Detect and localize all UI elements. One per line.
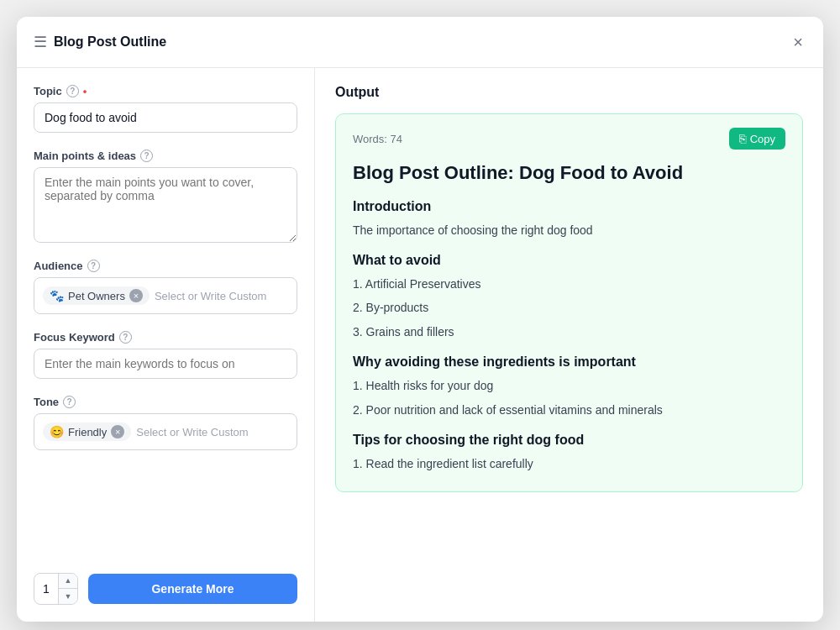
audience-tag-label: Pet Owners [68,290,125,302]
tone-tag-input[interactable]: 😊 Friendly × Select or Write Custom [34,413,297,450]
right-panel: Output Words: 74 ⎘ Copy Blog Post Outlin… [315,68,823,622]
output-meta: Words: 74 ⎘ Copy [353,128,785,150]
number-spinners: ▲ ▼ [58,573,77,605]
tone-placeholder[interactable]: Select or Write Custom [136,426,248,438]
list-item: The importance of choosing the right dog… [353,221,785,239]
blog-title: Blog Post Outline: Dog Food to Avoid [353,161,785,186]
focus-keyword-input[interactable] [34,349,297,379]
audience-label: Audience ? [34,260,297,272]
tone-tag-icon: 😊 [50,425,64,438]
list-item: 1. Read the ingredient list carefully [353,454,785,473]
number-value: 1 [34,573,58,605]
left-panel: Topic ? • Main points & ideas ? Audience… [17,68,315,622]
topic-help-icon[interactable]: ? [66,85,79,97]
sections-container: IntroductionThe importance of choosing t… [353,199,785,474]
output-title: Output [335,85,803,100]
list-item: 3. Grains and fillers [353,323,785,341]
main-points-field-group: Main points & ideas ? [34,150,297,243]
audience-tag-remove[interactable]: × [129,289,143,302]
list-item: 1. Health risks for your dog [353,376,785,395]
focus-keyword-help-icon[interactable]: ? [119,331,132,344]
list-item: 1. Artificial Preservatives [353,275,785,293]
modal-header: ☰ Blog Post Outline × [17,17,823,68]
copy-label: Copy [750,133,775,145]
close-button[interactable]: × [790,30,806,54]
section-heading: Why avoiding these ingredients is import… [353,354,785,370]
topic-field-group: Topic ? • [34,85,297,133]
bottom-controls: 1 ▲ ▼ Generate More [34,566,297,605]
tone-tag: 😊 Friendly × [43,423,131,441]
list-item: 2. By-products [353,298,785,317]
main-points-help-icon[interactable]: ? [140,150,153,162]
generate-more-button[interactable]: Generate More [88,574,297,604]
topic-required-marker: • [83,85,87,97]
output-box: Words: 74 ⎘ Copy Blog Post Outline: Dog … [335,113,803,492]
topic-input[interactable] [34,102,297,133]
focus-keyword-label: Focus Keyword ? [34,331,297,344]
audience-tag-icon: 🐾 [50,289,64,302]
main-points-label: Main points & ideas ? [34,150,297,162]
tone-tag-label: Friendly [68,426,107,438]
list-icon: ☰ [34,33,47,51]
number-input[interactable]: 1 ▲ ▼ [34,573,78,605]
spin-up-button[interactable]: ▲ [59,573,77,589]
tone-tag-remove[interactable]: × [111,425,124,438]
audience-tag-input[interactable]: 🐾 Pet Owners × Select or Write Custom [34,277,297,314]
modal-title-area: ☰ Blog Post Outline [34,33,166,51]
modal-title: Blog Post Outline [54,34,166,50]
tone-field-group: Tone ? 😊 Friendly × Select or Write Cust… [34,396,297,450]
audience-tag: 🐾 Pet Owners × [43,286,150,305]
section-heading: Tips for choosing the right dog food [353,433,785,448]
focus-keyword-field-group: Focus Keyword ? [34,331,297,379]
topic-label: Topic ? • [34,85,297,97]
list-item: 2. Poor nutrition and lack of essential … [353,401,785,419]
copy-icon: ⎘ [739,132,746,145]
word-count: Words: 74 [353,133,402,145]
modal-container: ☰ Blog Post Outline × Topic ? • Main poi… [17,17,823,622]
tone-label: Tone ? [34,396,297,408]
audience-placeholder[interactable]: Select or Write Custom [155,290,266,302]
main-points-textarea[interactable] [34,167,297,243]
spin-down-button[interactable]: ▼ [59,589,77,605]
audience-field-group: Audience ? 🐾 Pet Owners × Select or Writ… [34,260,297,314]
section-heading: Introduction [353,199,785,214]
section-heading: What to avoid [353,253,785,268]
modal-body: Topic ? • Main points & ideas ? Audience… [17,68,823,622]
copy-button[interactable]: ⎘ Copy [729,128,785,150]
tone-help-icon[interactable]: ? [63,396,76,408]
audience-help-icon[interactable]: ? [87,260,100,272]
